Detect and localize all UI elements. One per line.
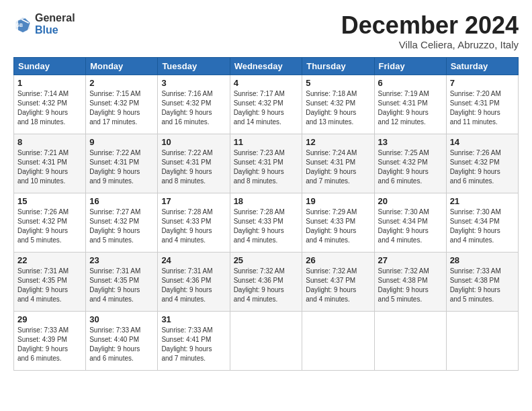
day-number: 10: [161, 137, 226, 147]
day-number: 30: [89, 314, 154, 324]
table-row: 19 Sunrise: 7:29 AMSunset: 4:33 PMDaylig…: [302, 193, 374, 252]
table-row: 13 Sunrise: 7:25 AMSunset: 4:32 PMDaylig…: [374, 134, 446, 193]
header-saturday: Saturday: [446, 57, 518, 75]
day-number: 20: [378, 196, 443, 206]
header-thursday: Thursday: [302, 57, 374, 75]
day-info: Sunrise: 7:24 AMSunset: 4:31 PMDaylight:…: [306, 149, 357, 185]
day-number: 15: [17, 196, 82, 206]
table-row: 8 Sunrise: 7:21 AMSunset: 4:31 PMDayligh…: [14, 134, 86, 193]
day-info: Sunrise: 7:33 AMSunset: 4:40 PMDaylight:…: [89, 326, 140, 362]
day-number: 6: [378, 78, 443, 88]
day-info: Sunrise: 7:30 AMSunset: 4:34 PMDaylight:…: [378, 208, 429, 244]
table-row: 29 Sunrise: 7:33 AMSunset: 4:39 PMDaylig…: [14, 311, 86, 370]
day-info: Sunrise: 7:18 AMSunset: 4:32 PMDaylight:…: [306, 90, 357, 126]
page-container: GB General Blue December 2024 Villa Celi…: [0, 0, 532, 379]
logo: GB General Blue: [13, 12, 75, 36]
day-info: Sunrise: 7:14 AMSunset: 4:32 PMDaylight:…: [17, 90, 69, 126]
calendar-week-row: 29 Sunrise: 7:33 AMSunset: 4:39 PMDaylig…: [14, 311, 519, 370]
table-row: 30 Sunrise: 7:33 AMSunset: 4:40 PMDaylig…: [86, 311, 158, 370]
header-wednesday: Wednesday: [230, 57, 302, 75]
table-row: 16 Sunrise: 7:27 AMSunset: 4:32 PMDaylig…: [86, 193, 158, 252]
day-number: 4: [234, 78, 299, 88]
table-row: 2 Sunrise: 7:15 AMSunset: 4:32 PMDayligh…: [86, 75, 158, 134]
table-row: 6 Sunrise: 7:19 AMSunset: 4:31 PMDayligh…: [374, 75, 446, 134]
table-row: 22 Sunrise: 7:31 AMSunset: 4:35 PMDaylig…: [14, 252, 86, 311]
day-info: Sunrise: 7:15 AMSunset: 4:32 PMDaylight:…: [89, 90, 140, 126]
table-row: [374, 311, 446, 370]
day-info: Sunrise: 7:31 AMSunset: 4:35 PMDaylight:…: [89, 267, 140, 303]
calendar-week-row: 22 Sunrise: 7:31 AMSunset: 4:35 PMDaylig…: [14, 252, 519, 311]
day-info: Sunrise: 7:17 AMSunset: 4:32 PMDaylight:…: [234, 90, 285, 126]
header-sunday: Sunday: [14, 57, 86, 75]
day-number: 9: [89, 137, 154, 147]
day-number: 2: [89, 78, 154, 88]
day-number: 13: [378, 137, 443, 147]
month-title: December 2024: [341, 12, 519, 39]
calendar-week-row: 15 Sunrise: 7:26 AMSunset: 4:32 PMDaylig…: [14, 193, 519, 252]
day-number: 7: [450, 78, 515, 88]
table-row: 31 Sunrise: 7:33 AMSunset: 4:41 PMDaylig…: [158, 311, 230, 370]
table-row: 23 Sunrise: 7:31 AMSunset: 4:35 PMDaylig…: [86, 252, 158, 311]
table-row: 25 Sunrise: 7:32 AMSunset: 4:36 PMDaylig…: [230, 252, 302, 311]
day-info: Sunrise: 7:31 AMSunset: 4:36 PMDaylight:…: [161, 267, 212, 303]
day-info: Sunrise: 7:32 AMSunset: 4:36 PMDaylight:…: [234, 267, 285, 303]
day-number: 23: [89, 255, 154, 265]
table-row: [446, 311, 518, 370]
table-row: 7 Sunrise: 7:20 AMSunset: 4:31 PMDayligh…: [446, 75, 518, 134]
day-info: Sunrise: 7:28 AMSunset: 4:33 PMDaylight:…: [161, 208, 212, 244]
day-number: 5: [306, 78, 370, 88]
day-info: Sunrise: 7:33 AMSunset: 4:38 PMDaylight:…: [450, 267, 501, 303]
table-row: 1 Sunrise: 7:14 AMSunset: 4:32 PMDayligh…: [14, 75, 86, 134]
day-number: 25: [234, 255, 299, 265]
day-info: Sunrise: 7:21 AMSunset: 4:31 PMDaylight:…: [17, 149, 69, 185]
table-row: 20 Sunrise: 7:30 AMSunset: 4:34 PMDaylig…: [374, 193, 446, 252]
day-number: 17: [161, 196, 226, 206]
day-number: 18: [234, 196, 299, 206]
table-row: 10 Sunrise: 7:22 AMSunset: 4:31 PMDaylig…: [158, 134, 230, 193]
day-info: Sunrise: 7:23 AMSunset: 4:31 PMDaylight:…: [234, 149, 285, 185]
day-number: 29: [17, 314, 82, 324]
day-number: 26: [306, 255, 370, 265]
day-number: 19: [306, 196, 370, 206]
title-block: December 2024 Villa Celiera, Abruzzo, It…: [341, 12, 519, 50]
day-number: 27: [378, 255, 443, 265]
day-info: Sunrise: 7:30 AMSunset: 4:34 PMDaylight:…: [450, 208, 501, 244]
day-info: Sunrise: 7:25 AMSunset: 4:32 PMDaylight:…: [378, 149, 429, 185]
table-row: 15 Sunrise: 7:26 AMSunset: 4:32 PMDaylig…: [14, 193, 86, 252]
day-info: Sunrise: 7:28 AMSunset: 4:33 PMDaylight:…: [234, 208, 285, 244]
day-number: 24: [161, 255, 226, 265]
day-number: 16: [89, 196, 154, 206]
day-number: 21: [450, 196, 515, 206]
table-row: 27 Sunrise: 7:32 AMSunset: 4:38 PMDaylig…: [374, 252, 446, 311]
table-row: 12 Sunrise: 7:24 AMSunset: 4:31 PMDaylig…: [302, 134, 374, 193]
calendar-week-row: 8 Sunrise: 7:21 AMSunset: 4:31 PMDayligh…: [14, 134, 519, 193]
day-info: Sunrise: 7:29 AMSunset: 4:33 PMDaylight:…: [306, 208, 357, 244]
day-number: 31: [161, 314, 226, 324]
table-row: [302, 311, 374, 370]
day-info: Sunrise: 7:26 AMSunset: 4:32 PMDaylight:…: [450, 149, 501, 185]
day-number: 1: [17, 78, 82, 88]
day-number: 11: [234, 137, 299, 147]
logo-text: General Blue: [35, 12, 75, 36]
table-row: 11 Sunrise: 7:23 AMSunset: 4:31 PMDaylig…: [230, 134, 302, 193]
day-number: 14: [450, 137, 515, 147]
table-row: 26 Sunrise: 7:32 AMSunset: 4:37 PMDaylig…: [302, 252, 374, 311]
svg-text:GB: GB: [16, 22, 24, 27]
day-info: Sunrise: 7:32 AMSunset: 4:38 PMDaylight:…: [378, 267, 429, 303]
table-row: 21 Sunrise: 7:30 AMSunset: 4:34 PMDaylig…: [446, 193, 518, 252]
table-row: [230, 311, 302, 370]
day-number: 3: [161, 78, 226, 88]
day-info: Sunrise: 7:33 AMSunset: 4:39 PMDaylight:…: [17, 326, 69, 362]
header: GB General Blue December 2024 Villa Celi…: [13, 12, 519, 50]
logo-general-text: General: [35, 12, 75, 24]
day-number: 28: [450, 255, 515, 265]
logo-blue-text: Blue: [35, 24, 75, 36]
day-info: Sunrise: 7:16 AMSunset: 4:32 PMDaylight:…: [161, 90, 212, 126]
day-number: 22: [17, 255, 82, 265]
day-info: Sunrise: 7:19 AMSunset: 4:31 PMDaylight:…: [378, 90, 429, 126]
table-row: 4 Sunrise: 7:17 AMSunset: 4:32 PMDayligh…: [230, 75, 302, 134]
table-row: 3 Sunrise: 7:16 AMSunset: 4:32 PMDayligh…: [158, 75, 230, 134]
header-tuesday: Tuesday: [158, 57, 230, 75]
table-row: 18 Sunrise: 7:28 AMSunset: 4:33 PMDaylig…: [230, 193, 302, 252]
day-info: Sunrise: 7:22 AMSunset: 4:31 PMDaylight:…: [89, 149, 140, 185]
